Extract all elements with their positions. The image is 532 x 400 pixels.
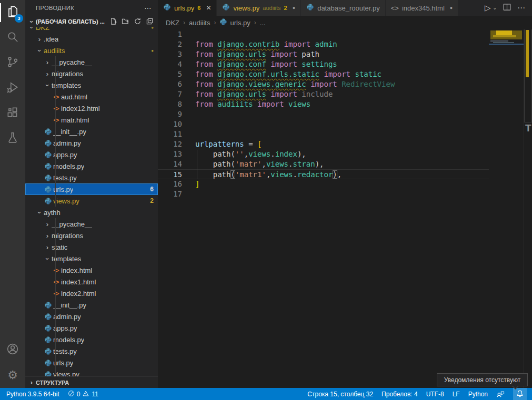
tree-item-tests.py[interactable]: tests.py	[25, 172, 158, 183]
code-line-5[interactable]: 5from django.conf.urls.static import sta…	[158, 69, 489, 79]
tree-item-index1.html[interactable]: <>index1.html	[25, 276, 158, 288]
tree-item-urls.py[interactable]: urls.py	[25, 357, 158, 368]
code-line-17[interactable]: 17	[158, 189, 489, 199]
collapse-all-icon[interactable]	[146, 17, 154, 26]
feedback-icon[interactable]	[496, 391, 505, 398]
code-line-10[interactable]: 10	[158, 119, 489, 129]
scrollbar[interactable]: T	[524, 29, 532, 388]
activity-account[interactable]	[0, 337, 25, 363]
tree-item-urls.py[interactable]: urls.py6	[25, 183, 158, 195]
code-line-16[interactable]: 16]	[158, 179, 489, 189]
chevron-down-icon: ›	[36, 46, 44, 55]
tree-item-matr.html[interactable]: <>matr.html	[25, 114, 158, 126]
html-icon: <>	[51, 94, 61, 100]
tree-item-views.py[interactable]: views.py2	[25, 195, 158, 207]
breadcrumb-item-audiiits[interactable]: audiiits	[189, 19, 210, 27]
more-actions-icon[interactable]: ⋯	[517, 3, 526, 13]
refresh-icon[interactable]	[134, 17, 142, 26]
breadcrumb-item-urls.py[interactable]: urls.py	[219, 18, 250, 27]
new-folder-icon[interactable]	[122, 17, 129, 26]
chevron-right-icon: ›	[43, 58, 52, 66]
run-dropdown-icon[interactable]: ⌄	[493, 5, 497, 11]
code-line-13[interactable]: 13 path('',views.index),	[158, 149, 489, 159]
activity-source-control[interactable]	[0, 50, 25, 76]
activity-run-debug[interactable]	[0, 76, 25, 101]
close-icon[interactable]: ✕	[206, 4, 211, 12]
python-icon	[43, 139, 53, 147]
tree-item-label: migrations	[52, 70, 83, 78]
code-line-3[interactable]: 3from django.urls import path	[158, 49, 489, 59]
tab-database_roouter.py[interactable]: database_roouter.py	[301, 0, 386, 16]
dirty-dot-icon[interactable]: ●	[450, 5, 453, 11]
split-editor-icon[interactable]	[503, 3, 511, 13]
tree-item-label: index12.html	[61, 105, 100, 112]
indent-guide	[197, 150, 197, 179]
tab-urls.py[interactable]: urls.py6✕	[158, 0, 217, 16]
outline-section-header[interactable]: › СТРУКТУРА	[25, 376, 158, 388]
code-line-9[interactable]: 9	[158, 109, 489, 119]
tree-item-index12.html[interactable]: <>index12.html	[25, 102, 158, 114]
breadcrumb-item-DKZ[interactable]: DKZ	[166, 19, 179, 27]
tree-item-index.html[interactable]: <>index.html	[25, 264, 158, 276]
tree-item-admin.py[interactable]: admin.py	[25, 137, 158, 149]
tree-item-admin.py[interactable]: admin.py	[25, 311, 158, 322]
tree-item-label: __pycache__	[52, 58, 92, 66]
tree-item-audiiits[interactable]: ›audiiits●	[25, 45, 158, 56]
run-icon[interactable]: ▷	[485, 3, 491, 13]
tree-item-DKZ[interactable]: ›DKZ●	[25, 27, 158, 33]
cursor-position-status[interactable]: Строка 15, столбец 32	[307, 391, 373, 398]
activity-search[interactable]	[0, 25, 25, 50]
tree-item-static[interactable]: ›static	[25, 241, 158, 253]
tree-item-__init__.py[interactable]: __init__.py	[25, 299, 158, 311]
tree-item-templates[interactable]: ›templates	[25, 79, 158, 91]
problems-status[interactable]: 0 11	[68, 390, 98, 398]
code-line-12[interactable]: 12urlpatterns = [	[158, 139, 489, 149]
tab-index345.html[interactable]: <>index345.html●	[386, 0, 459, 16]
tree-item-.idea[interactable]: ›.idea	[25, 33, 158, 45]
ellipsis-icon[interactable]: ⋯	[144, 4, 152, 12]
tree-item-apps.py[interactable]: apps.py	[25, 149, 158, 160]
tree-item-tests.py[interactable]: tests.py	[25, 345, 158, 357]
activity-settings[interactable]: ⚙	[0, 363, 25, 388]
workspace-section-header[interactable]: › (РАБОЧАЯ ОБЛАСТЬ) ...	[25, 16, 158, 27]
dirty-dot-icon[interactable]: ●	[293, 5, 295, 11]
code-line-11[interactable]: 11	[158, 129, 489, 139]
code-line-2[interactable]: 2from django.contrib import admin	[158, 39, 489, 49]
notifications-bell[interactable]	[513, 388, 527, 400]
code-line-7[interactable]: 7from django.urls import include	[158, 89, 489, 99]
code-line-8[interactable]: 8from audiiits import views	[158, 99, 489, 109]
line-number: 12	[158, 139, 182, 149]
breadcrumb-item-...[interactable]: ...	[260, 19, 266, 27]
activity-extensions[interactable]	[0, 101, 25, 126]
tree-item-models.py[interactable]: models.py	[25, 334, 158, 345]
tab-views.py[interactable]: views.pyaudiiits2●	[217, 0, 301, 16]
code-editor[interactable]: 12from django.contrib import admin3from …	[158, 29, 532, 388]
indentation-status[interactable]: Пробелов: 4	[382, 391, 418, 398]
python-interpreter-status[interactable]: Python 3.9.5 64-bit	[6, 391, 59, 398]
minimap[interactable]	[489, 29, 524, 388]
python-icon	[222, 3, 230, 13]
eol-status[interactable]: LF	[453, 391, 460, 398]
tree-item-__init__.py[interactable]: __init__.py	[25, 126, 158, 137]
tree-item-migrations[interactable]: ›migrations	[25, 230, 158, 241]
tree-item-apps.py[interactable]: apps.py	[25, 322, 158, 334]
new-file-icon[interactable]	[109, 17, 117, 26]
language-mode-status[interactable]: Python	[468, 391, 488, 398]
code-line-4[interactable]: 4from django.conf import settings	[158, 59, 489, 69]
code-line-1[interactable]: 1	[158, 29, 489, 39]
tree-item-aud.html[interactable]: <>aud.html	[25, 91, 158, 102]
tree-item-models.py[interactable]: models.py	[25, 160, 158, 172]
code-line-15[interactable]: 15 path('matr1',views.redactor),	[158, 169, 489, 179]
tree-item-migrations[interactable]: ›migrations	[25, 68, 158, 79]
encoding-status[interactable]: UTF-8	[426, 391, 444, 398]
activity-testing[interactable]	[0, 126, 25, 151]
tree-item-templates[interactable]: ›templates	[25, 253, 158, 264]
tree-item-index2.html[interactable]: <>index2.html	[25, 288, 158, 299]
tree-item-__pycache__[interactable]: ›__pycache__	[25, 56, 158, 68]
tree-item-__pycache__[interactable]: ›__pycache__	[25, 218, 158, 230]
activity-explorer[interactable]: 3	[0, 0, 25, 25]
tree-item-views.py[interactable]: views.py	[25, 368, 158, 376]
tree-item-aythh[interactable]: ›aythh	[25, 207, 158, 218]
code-line-6[interactable]: 6from django.views.generic import Redire…	[158, 79, 489, 89]
code-line-14[interactable]: 14 path('matr',views.stran),	[158, 159, 489, 169]
